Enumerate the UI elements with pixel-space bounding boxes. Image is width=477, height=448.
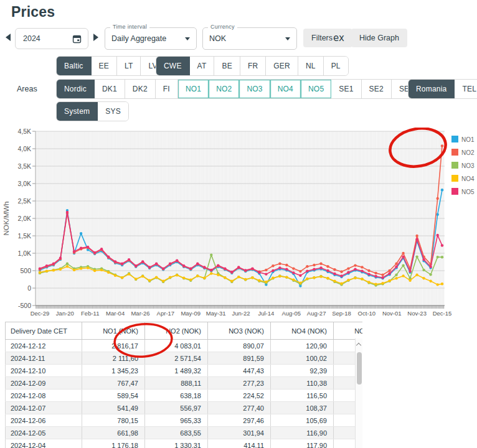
area-button-se1[interactable]: SE1: [331, 80, 361, 98]
y-tick-label: -500: [18, 302, 31, 309]
legend-label: NO4: [461, 175, 475, 182]
table-cell: 2024-12-12: [6, 340, 82, 352]
areas-label: Areas: [17, 85, 37, 93]
legend-swatch-no2: [451, 149, 458, 156]
table-header-cell: NO2 (NOK): [145, 322, 208, 340]
prev-year-button[interactable]: [6, 34, 11, 41]
table-cell: 888,11: [145, 377, 208, 390]
table-cell: 224,52: [208, 390, 271, 402]
scrollbar-thumb[interactable]: [357, 352, 362, 385]
table-cell: 683,55: [145, 427, 208, 439]
calendar-icon[interactable]: [72, 34, 82, 44]
area-button-baltic[interactable]: Baltic: [57, 57, 92, 75]
table-header-cell: NO4 (NOK): [271, 322, 334, 340]
area-button-dk2[interactable]: DK2: [125, 80, 156, 98]
area-button-pl[interactable]: PL: [324, 57, 348, 75]
area-group-nordic: NordicDK1DK2FINO1NO2NO3NO4NO5SE1SE2SE3SE…: [56, 79, 451, 99]
currency-value: NOK: [209, 34, 226, 43]
area-button-system[interactable]: System: [57, 102, 98, 121]
table-cell: 2024-12-11: [6, 352, 82, 365]
area-button-no3[interactable]: NO3: [239, 80, 270, 98]
area-group-romania: RomaniaTEL: [408, 79, 477, 99]
table-row: 2024-12-101 345,231 489,32447,4392,391 1…: [6, 365, 363, 377]
x-tick-label: May-09: [181, 310, 201, 317]
table-cell: 105,69: [271, 414, 334, 427]
y-tick-label: 500: [20, 267, 31, 274]
area-group-cwe: CWEATBEFRGERNLPL: [156, 56, 349, 76]
area-button-se2[interactable]: SE2: [362, 80, 392, 98]
year-picker[interactable]: [15, 28, 88, 49]
area-button-be[interactable]: BE: [214, 57, 240, 75]
table-cell: 965,33: [145, 414, 208, 427]
area-button-at[interactable]: AT: [190, 57, 215, 75]
area-button-no5[interactable]: NO5: [301, 80, 331, 98]
table-cell: 2 111,60: [82, 352, 145, 365]
area-button-fr[interactable]: FR: [240, 57, 266, 75]
x-tick-label: Jan-20: [56, 310, 74, 317]
table-cell: 4 083,01: [145, 340, 208, 352]
y-tick-label: 4,5K: [17, 128, 31, 135]
area-button-tel[interactable]: TEL: [455, 80, 477, 98]
table-cell: 116,90: [271, 427, 334, 439]
time-interval-value: Daily Aggregate: [111, 34, 166, 43]
hide-graph-label: Hide Graph: [359, 34, 399, 42]
y-tick-label: 1,5K: [17, 232, 31, 240]
page-title: Prices: [11, 4, 55, 21]
area-button-nordic[interactable]: Nordic: [57, 80, 95, 98]
table-cell: 277,40: [208, 402, 271, 414]
next-year-button[interactable]: [93, 34, 98, 41]
table-cell: 541,49: [82, 402, 145, 414]
table-row: 2024-12-06780,15965,33297,46105,69550,85: [6, 414, 363, 427]
x-tick-label: Jun-22: [232, 310, 250, 317]
x-tick-label: Jul-14: [258, 310, 274, 317]
area-button-fi[interactable]: FI: [156, 80, 178, 98]
currency-label: Currency: [208, 24, 237, 30]
x-tick-label: Nov-23: [407, 310, 427, 317]
filters-button[interactable]: Filtersex: [303, 29, 352, 47]
table-row: 2024-12-08589,54638,18224,52116,50499,61: [6, 390, 363, 402]
table-cell: 117,90: [271, 439, 334, 448]
x-tick-label: Sep-18: [332, 310, 351, 317]
hide-graph-button[interactable]: Hide Graph: [351, 29, 407, 47]
scroll-up-icon[interactable]: [357, 342, 361, 347]
area-button-dk1[interactable]: DK1: [95, 80, 125, 98]
legend-swatch-no3: [451, 162, 458, 169]
area-button-no1[interactable]: NO1: [178, 80, 209, 98]
area-button-nl[interactable]: NL: [298, 57, 324, 75]
table-row: 2024-12-09767,47888,11277,23110,38592,91: [6, 377, 363, 390]
x-tick-label: Oct-10: [358, 310, 376, 317]
area-button-cwe[interactable]: CWE: [156, 57, 190, 75]
x-tick-label: Nov-01: [382, 310, 402, 317]
area-button-no2[interactable]: NO2: [209, 80, 239, 98]
year-input[interactable]: [22, 34, 68, 44]
currency-select[interactable]: Currency NOK: [202, 27, 297, 50]
table-cell: 1 330,31: [145, 439, 208, 448]
legend-swatch-no4: [451, 175, 458, 182]
table-cell: 2024-12-08: [6, 390, 82, 402]
table-cell: 2024-12-07: [6, 402, 82, 414]
time-interval-select[interactable]: Time interval Daily Aggregate: [105, 27, 197, 50]
table-cell: 2 816,17: [82, 340, 145, 352]
y-tick-label: 4,0K: [17, 145, 31, 152]
chevron-down-icon: [285, 37, 290, 40]
area-button-no4[interactable]: NO4: [270, 80, 301, 98]
table-scrollbar[interactable]: [355, 338, 362, 448]
table-cell: 277,23: [208, 377, 271, 390]
table-cell: 414,11: [208, 439, 271, 448]
area-button-romania[interactable]: Romania: [409, 80, 455, 98]
x-tick-label: Dec-15: [433, 310, 452, 317]
legend-label: NO3: [461, 162, 475, 169]
table-cell: 780,15: [82, 414, 145, 427]
table-cell: 638,18: [145, 390, 208, 402]
y-tick-label: 2,0K: [17, 215, 31, 222]
price-table: Delivery Date CETNO1 (NOK)NO2 (NOK)NO3 (…: [5, 322, 362, 448]
area-button-ee[interactable]: EE: [92, 57, 117, 75]
table-header-cell: Delivery Date CET: [6, 322, 82, 340]
area-button-ger[interactable]: GER: [266, 57, 298, 75]
area-button-sys[interactable]: SYS: [98, 102, 128, 121]
table-cell: 891,59: [208, 352, 271, 365]
time-interval-label: Time interval: [110, 24, 149, 30]
table-cell: 297,46: [208, 414, 271, 427]
area-button-lt[interactable]: LT: [117, 57, 141, 75]
table-cell: 2024-12-09: [6, 377, 82, 390]
